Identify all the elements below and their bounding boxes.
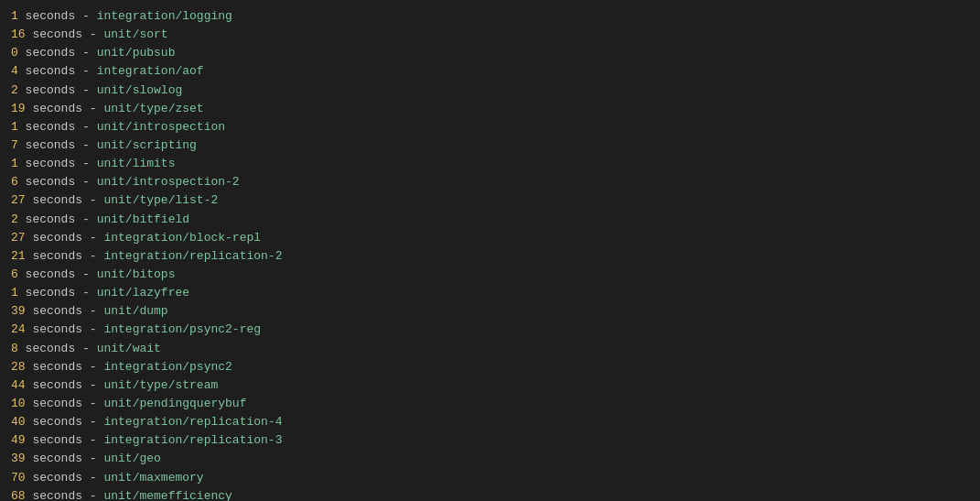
terminal-line: 1 seconds - unit/lazyfree: [11, 284, 969, 302]
terminal-line: 68 seconds - unit/memefficiency: [11, 487, 969, 501]
terminal-output: 1 seconds - integration/logging16 second…: [11, 7, 969, 501]
terminal-window: 1 seconds - integration/logging16 second…: [0, 0, 980, 501]
terminal-line: 16 seconds - unit/sort: [11, 26, 969, 44]
terminal-line: 1 seconds - integration/logging: [11, 7, 969, 26]
terminal-line: 70 seconds - unit/maxmemory: [11, 469, 969, 487]
terminal-line: 19 seconds - unit/type/zset: [11, 100, 969, 118]
terminal-line: 0 seconds - unit/pubsub: [11, 44, 969, 62]
terminal-line: 7 seconds - unit/scripting: [11, 136, 969, 155]
terminal-line: 1 seconds - unit/introspection: [11, 118, 969, 136]
terminal-line: 44 seconds - unit/type/stream: [11, 376, 969, 395]
terminal-line: 28 seconds - integration/psync2: [11, 358, 969, 376]
terminal-line: 27 seconds - unit/type/list-2: [11, 191, 969, 210]
terminal-line: 4 seconds - integration/aof: [11, 62, 969, 81]
terminal-line: 2 seconds - unit/slowlog: [11, 82, 969, 100]
terminal-line: 8 seconds - unit/wait: [11, 340, 969, 358]
terminal-line: 10 seconds - unit/pendingquerybuf: [11, 395, 969, 413]
terminal-line: 6 seconds - unit/bitops: [11, 266, 969, 284]
terminal-line: 21 seconds - integration/replication-2: [11, 247, 969, 266]
terminal-line: 6 seconds - unit/introspection-2: [11, 173, 969, 191]
terminal-line: 39 seconds - unit/dump: [11, 302, 969, 321]
terminal-line: 1 seconds - unit/limits: [11, 155, 969, 173]
terminal-line: 39 seconds - unit/geo: [11, 450, 969, 468]
terminal-line: 49 seconds - integration/replication-3: [11, 431, 969, 450]
terminal-line: 27 seconds - integration/block-repl: [11, 229, 969, 247]
terminal-line: 40 seconds - integration/replication-4: [11, 413, 969, 431]
terminal-line: 24 seconds - integration/psync2-reg: [11, 321, 969, 339]
terminal-line: 2 seconds - unit/bitfield: [11, 211, 969, 229]
